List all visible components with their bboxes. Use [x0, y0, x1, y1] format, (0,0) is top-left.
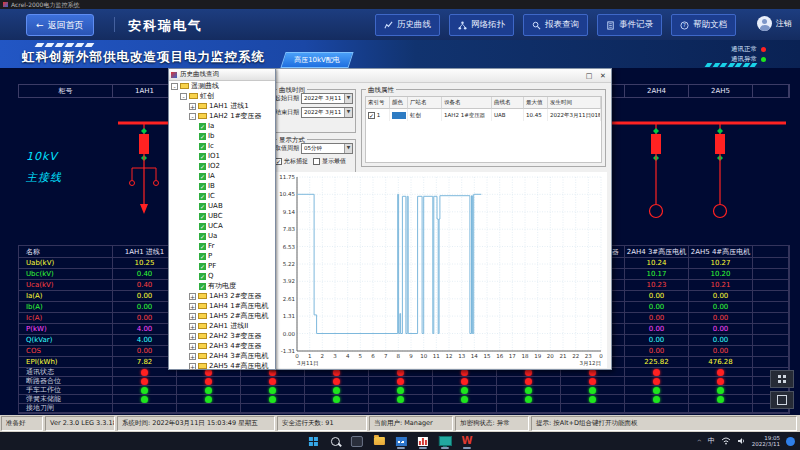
tree-item[interactable]: ✓Ib: [169, 131, 275, 141]
start-date-select[interactable]: 2022年 3月11▼: [301, 93, 353, 104]
meas-value-cell: 225.82: [625, 357, 689, 368]
tree-item[interactable]: +1AH5 2#高压电机: [169, 311, 275, 321]
notification-badge[interactable]: [786, 437, 795, 446]
status-dot-cell: [305, 377, 369, 386]
nav-network-topology-button[interactable]: 网络拓扑: [449, 14, 514, 36]
wifi-icon[interactable]: [721, 437, 731, 445]
tab-hv-10kv[interactable]: 高压10kV配电: [280, 52, 353, 68]
props-column-header[interactable]: 厂站名: [408, 97, 442, 109]
status-dot-cell: [625, 368, 689, 377]
chevron-down-icon: ▼: [344, 108, 352, 117]
bars-app-icon[interactable]: [416, 434, 430, 448]
tree-item[interactable]: +2AH4 3#高压电机: [169, 351, 275, 361]
tree-item[interactable]: ✓Ia: [169, 121, 275, 131]
show-max-checkbox[interactable]: [313, 158, 320, 165]
svg-text:7.83: 7.83: [283, 226, 296, 232]
back-home-button[interactable]: ← 返回首页: [26, 14, 94, 36]
tree-item[interactable]: ✓IO2: [169, 161, 275, 171]
scada-app-icon[interactable]: [394, 434, 408, 448]
history-curve-tree-window: 历史曲线查询 -遥测曲线-虹创+1AH1 进线1-1AH2 1#变压器✓Ia✓I…: [168, 68, 276, 370]
expand-icon[interactable]: +: [189, 303, 196, 310]
task-view-icon[interactable]: [350, 434, 364, 448]
expand-icon[interactable]: +: [189, 293, 196, 300]
props-column-header[interactable]: 曲线名: [492, 97, 524, 109]
tree-item[interactable]: ✓PF: [169, 261, 275, 271]
tree-item[interactable]: ✓IO1: [169, 151, 275, 161]
busbar-label: 10kV 主接线: [26, 146, 62, 188]
search-icon[interactable]: [328, 434, 342, 448]
nav-event-log-button[interactable]: 事件记录: [597, 14, 662, 36]
tree-item[interactable]: ✓UBC: [169, 211, 275, 221]
status-dot-cell: [497, 395, 561, 404]
speaker-icon[interactable]: [737, 437, 746, 445]
props-column-header[interactable]: 最大值: [524, 97, 548, 109]
status-dot-cell: [113, 404, 177, 413]
status-dot-cell: [113, 386, 177, 395]
tree-item[interactable]: ✓UAB: [169, 201, 275, 211]
tree-item[interactable]: ✓IA: [169, 171, 275, 181]
tree-item[interactable]: +2AH1 进线II: [169, 321, 275, 331]
tree-window-titlebar[interactable]: 历史曲线查询: [169, 69, 275, 81]
expand-icon[interactable]: +: [189, 343, 196, 350]
tree-item[interactable]: ✓P: [169, 251, 275, 261]
close-icon[interactable]: ✕: [597, 71, 609, 81]
period-select[interactable]: 05分钟▼: [301, 143, 353, 154]
expand-icon[interactable]: +: [189, 103, 196, 110]
tree-item[interactable]: -虹创: [169, 91, 275, 101]
expand-icon[interactable]: +: [189, 353, 196, 360]
tree-item[interactable]: +1AH3 2#变压器: [169, 291, 275, 301]
props-column-header[interactable]: 发生时间: [548, 97, 601, 109]
panel-grid-button[interactable]: [770, 370, 794, 388]
tree-item[interactable]: -1AH2 1#变压器: [169, 111, 275, 121]
collapse-icon[interactable]: -: [180, 93, 187, 100]
tree-item[interactable]: +2AH2 3#变压器: [169, 331, 275, 341]
meas-value-cell: 10.23: [625, 280, 689, 291]
end-date-select[interactable]: 2022年 3月11▼: [301, 107, 353, 118]
ime-indicator[interactable]: 中: [708, 436, 715, 446]
maximize-icon[interactable]: □: [583, 71, 595, 81]
check-icon: ✓: [199, 213, 206, 220]
panel-window-button[interactable]: [770, 391, 794, 409]
tree-item[interactable]: ✓有功电度: [169, 281, 275, 291]
collapse-icon[interactable]: -: [189, 113, 196, 120]
meas-value-cell: 10.24: [625, 258, 689, 269]
expand-icon[interactable]: +: [189, 363, 196, 370]
props-table-row[interactable]: 1 虹创 1AH2 1#变压器 UAB 10.45 2022年3月11日01时3…: [366, 109, 601, 121]
wps-app-icon[interactable]: W: [460, 434, 474, 448]
tree-item[interactable]: +1AH1 进线1: [169, 101, 275, 111]
cursor-snap-checkbox[interactable]: [275, 158, 282, 165]
expand-icon[interactable]: +: [189, 333, 196, 340]
monitor-app-icon[interactable]: [438, 434, 452, 448]
svg-text:-1.31: -1.31: [281, 348, 295, 354]
expand-icon[interactable]: +: [189, 313, 196, 320]
props-column-header[interactable]: 颜色: [390, 97, 408, 109]
tree-item[interactable]: +1AH4 1#高压电机: [169, 301, 275, 311]
collapse-icon[interactable]: -: [171, 83, 178, 90]
tree-item[interactable]: ✓Ua: [169, 231, 275, 241]
tree-item[interactable]: +2AH5 4#高压电机: [169, 361, 275, 370]
user-area[interactable]: 注销: [757, 16, 792, 31]
tree-item[interactable]: ✓IB: [169, 181, 275, 191]
props-column-header[interactable]: 设备名: [442, 97, 492, 109]
tree-item[interactable]: ✓IC: [169, 191, 275, 201]
tree-item[interactable]: +2AH3 4#变压器: [169, 341, 275, 351]
props-column-header[interactable]: 索引号: [366, 97, 390, 109]
tree-item[interactable]: ✓Fr: [169, 241, 275, 251]
taskbar-clock[interactable]: 19:05 2022/3/11: [752, 435, 780, 447]
file-explorer-icon[interactable]: [372, 434, 386, 448]
nav-report-query-button[interactable]: 报表查询: [523, 14, 588, 36]
tree-item[interactable]: ✓Q: [169, 271, 275, 281]
dialog-titlebar[interactable]: □ ✕: [267, 69, 611, 83]
tree-item[interactable]: -遥测曲线: [169, 81, 275, 91]
tree-item[interactable]: ✓Ic: [169, 141, 275, 151]
tree-item-label: 2AH4 3#高压电机: [209, 351, 269, 361]
report-query-icon: [532, 21, 541, 30]
tree-item-label: 虹创: [200, 91, 214, 101]
curve-visible-checkbox[interactable]: [368, 112, 375, 119]
start-button[interactable]: [306, 434, 320, 448]
nav-history-curve-button[interactable]: 历史曲线: [375, 14, 440, 36]
tree-item[interactable]: ✓UCA: [169, 221, 275, 231]
expand-icon[interactable]: +: [189, 323, 196, 330]
nav-help-doc-button[interactable]: ? 帮助文档: [671, 14, 736, 36]
tray-expand-icon[interactable]: ^: [697, 438, 702, 445]
